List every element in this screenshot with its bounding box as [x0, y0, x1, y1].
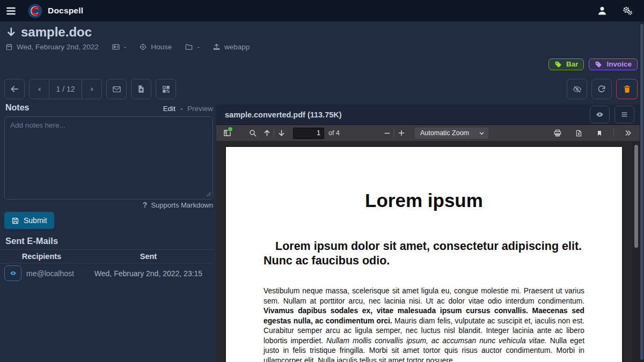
download-button[interactable] — [572, 126, 586, 140]
double-chevron-icon — [624, 129, 632, 137]
zoom-level-select[interactable]: Automatic Zoom — [415, 128, 488, 139]
qrcode-icon — [162, 85, 171, 94]
mail-recipients: me@localhost — [26, 269, 74, 278]
trash-icon — [623, 84, 632, 94]
markdown-hint: ? Supports Markdown — [4, 201, 213, 209]
settings-gears-icon[interactable] — [621, 5, 633, 16]
attachment-menu-button[interactable] — [614, 106, 634, 123]
download-icon — [575, 129, 583, 137]
source-meta: webapp — [213, 43, 250, 51]
next-item-button[interactable] — [82, 79, 101, 99]
search-icon — [248, 129, 257, 137]
correspondent-meta: - — [112, 43, 127, 51]
zoom-in-button[interactable] — [394, 126, 408, 140]
menu-button[interactable] — [0, 0, 21, 21]
window-scrollbar[interactable] — [640, 21, 644, 362]
find-button[interactable] — [246, 126, 260, 140]
user-account-icon[interactable] — [597, 5, 608, 16]
chevron-down-icon — [479, 130, 485, 136]
concerning-meta: House — [139, 43, 172, 51]
pager-position: 1 / 12 — [49, 79, 82, 99]
attachment-view-button[interactable] — [590, 106, 610, 123]
pdf-page: Lorem ipsum Lorem ipsum dolor sit amet, … — [226, 147, 622, 362]
save-icon — [11, 217, 19, 225]
calendar-icon — [5, 43, 13, 51]
reprocess-button[interactable] — [591, 79, 612, 99]
arrow-down-icon — [277, 129, 286, 137]
pdfjs-toolbar: of 4 Automatic Zoom — [216, 125, 640, 142]
print-button[interactable] — [551, 126, 565, 140]
plus-icon — [398, 129, 405, 137]
notes-edit-link[interactable]: Edit — [163, 105, 175, 113]
unconfirm-button[interactable] — [567, 79, 587, 99]
page-number-input[interactable] — [293, 128, 324, 139]
zoom-out-button[interactable] — [380, 126, 394, 140]
back-button[interactable] — [4, 79, 25, 99]
view-mail-button[interactable] — [4, 265, 21, 281]
bookmark-button[interactable] — [592, 126, 606, 140]
redo-icon — [597, 84, 606, 94]
window-scroll-thumb[interactable] — [640, 24, 643, 360]
viewer-scroll-thumb[interactable] — [634, 145, 638, 248]
secondary-toolbar-button[interactable] — [621, 126, 635, 140]
pdf-paragraph: Vestibulum neque massa, scelerisque sit … — [264, 286, 584, 362]
qr-code-button[interactable] — [156, 79, 176, 99]
document-header: sample.doc — [5, 25, 92, 40]
date-meta: Wed, February 2nd, 2022 — [5, 43, 99, 51]
attachment-header: sample.converted.pdf (113.75K) — [216, 105, 640, 125]
presence-dot — [228, 127, 233, 132]
item-toolbar-actions — [567, 79, 638, 99]
file-upload-icon — [137, 84, 145, 94]
tag-invoice[interactable]: Invoice — [589, 58, 638, 70]
next-page-button[interactable] — [274, 126, 288, 140]
sent-emails-table: Recipients Sent me@localhost Wed, Februa… — [0, 249, 214, 283]
resize-handle-icon[interactable] — [206, 191, 211, 197]
brand-name: Docspell — [48, 6, 83, 16]
toggle-sidebar-button[interactable] — [220, 126, 234, 140]
upload-icon — [213, 43, 221, 51]
document-meta: Wed, February 2nd, 2022 - House - — [5, 43, 250, 51]
send-mail-button[interactable] — [106, 79, 127, 99]
page-count-label: of 4 — [328, 129, 340, 137]
item-toolbar: 1 / 12 — [4, 79, 176, 99]
table-row: me@localhost Wed, February 2nd, 2022, 23… — [0, 263, 214, 283]
column-header-recipients: Recipients — [0, 252, 83, 261]
topbar-actions — [597, 5, 644, 16]
hamburger-icon — [6, 6, 16, 16]
previous-item-button[interactable] — [30, 79, 49, 99]
chevron-left-icon — [36, 86, 42, 93]
list-icon — [620, 111, 628, 118]
tags-row: Bar Invoice — [548, 58, 638, 70]
eye-slash-icon — [572, 85, 582, 94]
pdf-doc-title: Lorem ipsum — [264, 190, 584, 211]
delete-item-button[interactable] — [616, 79, 638, 99]
viewer-scrollbar[interactable] — [632, 142, 640, 362]
item-pager: 1 / 12 — [29, 79, 102, 99]
link-separator: • — [180, 106, 182, 112]
pdf-viewer[interactable]: Lorem ipsum Lorem ipsum dolor sit amet, … — [216, 142, 640, 362]
minus-icon — [384, 130, 391, 137]
printer-icon — [553, 129, 562, 137]
question-icon: ? — [143, 201, 148, 209]
attachment-filename: sample.converted.pdf (113.75K) — [225, 110, 342, 119]
tag-bar[interactable]: Bar — [548, 58, 584, 70]
notes-preview-link[interactable]: Preview — [187, 105, 213, 113]
address-card-icon — [112, 43, 120, 51]
previous-page-button[interactable] — [260, 126, 274, 140]
tag-icon — [554, 61, 562, 68]
attachment-panel: sample.converted.pdf (113.75K) — [216, 105, 640, 362]
column-header-sent: Sent — [83, 252, 214, 261]
table-header-row: Recipients Sent — [0, 249, 214, 263]
add-files-button[interactable] — [131, 79, 151, 99]
notes-input[interactable] — [4, 116, 213, 200]
tag-icon — [595, 61, 602, 68]
submit-notes-button[interactable]: Submit — [4, 212, 54, 229]
arrow-left-icon — [10, 84, 19, 94]
pdf-doc-heading: Lorem ipsum dolor sit amet, consectetur … — [264, 239, 584, 268]
docspell-logo-icon — [28, 4, 42, 18]
notes-mode-links: Edit • Preview — [4, 105, 213, 113]
envelope-icon — [112, 85, 122, 94]
folder-icon — [185, 43, 193, 51]
docspell-app: Docspell sample.doc Wed, February 2nd, 2… — [0, 0, 644, 362]
download-arrow-icon — [5, 26, 16, 38]
